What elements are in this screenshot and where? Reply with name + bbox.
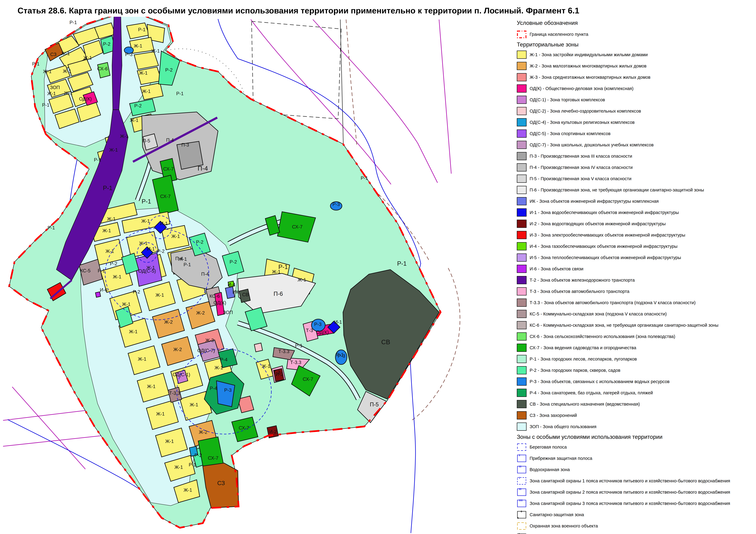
zone-map-label: Т-3 — [306, 328, 313, 333]
zone-map-label: ИК — [232, 290, 239, 295]
zone-swatch — [517, 51, 526, 59]
zone-map-label: Ж-2 — [164, 319, 173, 325]
legend-zone-row: Ж-1 - Зона застройки индивидуальными жил… — [517, 49, 754, 60]
zone-label: ОД(С-4) - Зона культовых религиозных ком… — [529, 119, 634, 125]
zone-map-label: Р-1 — [47, 225, 55, 230]
zone-map-label: Ж-1 — [183, 487, 192, 493]
page: Статья 28.6. Карта границ зон с особыми … — [0, 0, 756, 534]
zone-label: И-6 - Зона объектов связи — [529, 266, 583, 271]
zone-swatch — [517, 253, 526, 262]
zone-swatch — [517, 389, 526, 397]
legend: Условные обозначения Граница населенного… — [517, 19, 754, 534]
zone-map-label: ОД(К) — [316, 330, 329, 335]
zone-map-label: И-1 — [160, 221, 168, 226]
legend-zone-row: ОД(С-5) - Зона спортивных комплексов — [517, 128, 754, 139]
zone-label: П-5 - Производственная зона V класса опа… — [529, 176, 632, 181]
zone-map-label: Р-1 — [295, 343, 303, 348]
zone-map-label: Ж-1 — [107, 216, 116, 222]
zone-swatch — [517, 118, 526, 126]
zone-map-label: Ж-1 — [134, 43, 142, 49]
zone-label: Ж-3 - Зона среднеэтажных многоквартирных… — [529, 74, 650, 80]
zone-swatch — [517, 220, 526, 228]
special-zone-symbol — [517, 533, 526, 534]
zone-label: ЗОП - Зона общего пользования — [529, 424, 596, 429]
special-zone-label: Береговая полоса — [529, 444, 567, 450]
zone-map-label: ОД(С-1) — [173, 372, 190, 377]
legend-zone-row: ИК - Зона объектов инженерной инфраструк… — [517, 195, 754, 207]
zone-map-label: Р-3 — [224, 388, 231, 393]
legend-zone-row: Р-2 - Зона городских парков, скверов, са… — [517, 365, 754, 376]
legend-special-row: Береговая полоса — [517, 442, 754, 453]
zone-swatch — [517, 287, 526, 295]
zone-swatch — [517, 152, 526, 160]
legend-zone-row: Р-3 - Зона объектов, связанных с использ… — [517, 376, 754, 387]
legend-zone-row: И-5 - Зона теплообеспечивающих объектов … — [517, 252, 754, 263]
legend-zone-row: ЗОП - Зона общего пользования — [517, 421, 754, 432]
zone-swatch — [517, 242, 526, 250]
legend-zone-row: П-5 - Производственная зона V класса опа… — [517, 173, 754, 184]
zone-map-label: Р-1 — [32, 61, 40, 66]
zone-label: Ж-2 - Зона малоэтажных многоквартирных ж… — [529, 63, 647, 69]
zone-swatch — [517, 73, 526, 81]
legend-boundary-row: Граница населенного пункта — [517, 27, 754, 41]
zone-swatch — [517, 400, 526, 408]
legend-zone-row: ОД(С-4) - Зона культовых религиозных ком… — [517, 117, 754, 128]
legend-special-row: Санитарно-защитная зона — [517, 509, 754, 520]
legend-zone-row: П-3 - Производственная зона III класса о… — [517, 150, 754, 162]
zone-label: ОД(С-5) - Зона спортивных комплексов — [529, 131, 610, 136]
zone-label: Т-2 - Зона объектов железнодорожного тра… — [529, 277, 635, 283]
legend-zone-row: Т-3 - Зона объектов автомобильного транс… — [517, 286, 754, 297]
zone-label: ОД(К) - Общественно-деловая зона (компле… — [529, 86, 634, 91]
legend-special-row: Охранная зона военного объекта — [517, 520, 754, 532]
legend-special-row: Водоохранная зона — [517, 464, 754, 475]
zone-map-label: Р-1 — [142, 198, 151, 205]
zone-map-label: Р-2 — [165, 67, 173, 73]
zone-map-label: Р-2 — [133, 289, 140, 294]
zone-map-label: ОД(К) — [79, 96, 92, 102]
zone-swatch — [517, 298, 526, 307]
zone-map-label: Т-3.3 — [290, 360, 301, 365]
legend-zone-row: П-6 - Производственная зона, не требующа… — [517, 184, 754, 195]
zone-label: Ж-1 - Зона застройки индивидуальными жил… — [529, 52, 648, 58]
legend-zone-row: Р-1 - Зона городских лесов, лесопарков, … — [517, 353, 754, 365]
zone-label: ИК - Зона объектов инженерной инфраструк… — [529, 198, 659, 204]
zone-swatch — [517, 366, 526, 374]
zone-map-label: СХ-7 — [163, 166, 174, 172]
special-zone-label: Прибрежная защитная полоса — [529, 456, 592, 461]
zone-map-label: П-5 — [143, 138, 150, 143]
zone-label: ОД(С-7) - Зона школьных, дошкольных учеб… — [529, 142, 654, 148]
zone-map-label: Ж-1 — [139, 241, 148, 246]
zone-map-label: СХ-7 — [303, 376, 313, 382]
zone-map-label: Ж-3 — [205, 338, 214, 343]
zone-map-label: П-4 — [166, 138, 174, 143]
zone-map-label: Ж-1 — [214, 365, 223, 370]
zone-swatch — [517, 422, 526, 431]
zone-map-label: Ж-2 — [196, 310, 205, 316]
zone-map-label: Р-3 — [314, 322, 321, 327]
zone-label: И-4 - Зона газообеспечивающих объектов и… — [529, 243, 678, 249]
legend-zone-row: КС-6 - Коммунально-складская зона, не тр… — [517, 319, 754, 331]
zone-map-label: Ж-1 — [122, 302, 130, 307]
zone-map-label: Р-1 — [42, 102, 49, 108]
special-zone-label: Зона санитарной охраны 1 пояса источнико… — [529, 478, 730, 484]
zone-map-label: ЗОП — [223, 310, 233, 315]
zone-map-label: Ж-1 — [102, 228, 111, 233]
zone-map-label: Ж-2 — [173, 347, 182, 352]
special-zone-label: Зона санитарной охраны 2 пояса источнико… — [529, 489, 730, 495]
map-title: Статья 28.6. Карта границ зон с особыми … — [17, 6, 606, 15]
zone-swatch — [517, 175, 526, 183]
legend-zones-list: Ж-1 - Зона застройки индивидуальными жил… — [517, 49, 754, 432]
special-zone-symbol — [517, 488, 526, 496]
zone-map-label: И-1 — [334, 319, 342, 325]
zone-map-label: П-5 — [370, 401, 379, 408]
zone-map-label: Р-1 — [397, 260, 407, 267]
zone-label: Т-3 - Зона объектов автомобильного транс… — [529, 289, 629, 294]
legend-zone-row: СВ - Зона специального назначения (ведом… — [517, 398, 754, 410]
zone-map-label: ЗОП — [50, 85, 60, 90]
special-zone-label: Охранная зона военного объекта — [529, 523, 598, 529]
zone-map-label: Ж-1 — [190, 402, 198, 407]
zone-map-label: Ж-1 — [151, 48, 160, 54]
zone-map-label: Ж-1 — [178, 257, 187, 262]
zone-map-label: Ж-1 — [155, 292, 164, 298]
zone-map-label: Р-2 — [157, 248, 165, 254]
